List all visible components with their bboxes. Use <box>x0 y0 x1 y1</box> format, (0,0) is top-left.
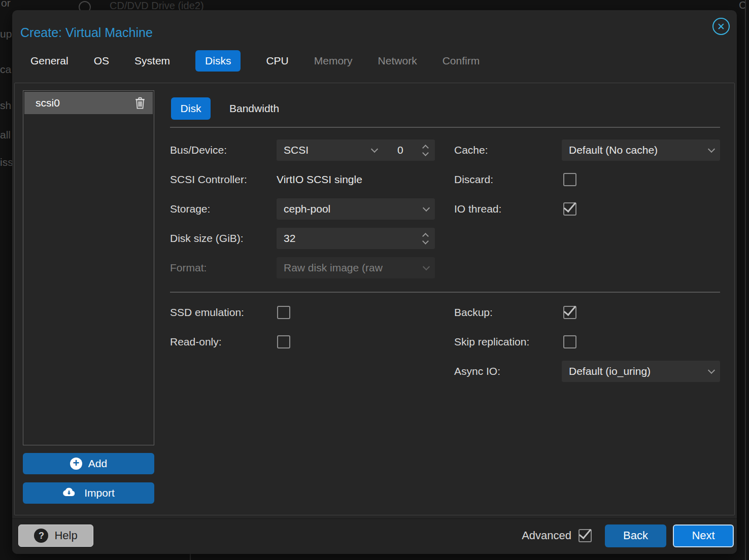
help-button[interactable]: ? Help <box>18 524 93 547</box>
tab-memory: Memory <box>314 50 353 72</box>
close-icon[interactable]: ✕ <box>712 18 730 35</box>
backdrop-text-fragment: or <box>1 0 11 9</box>
cache-select[interactable]: Default (No cache) <box>562 139 720 161</box>
tab-network: Network <box>378 50 417 72</box>
discard-checkbox[interactable] <box>563 173 576 186</box>
tab-system[interactable]: System <box>134 50 170 72</box>
discard-label: Discard: <box>454 169 493 190</box>
back-button[interactable]: Back <box>605 524 666 547</box>
add-button[interactable]: + Add <box>23 453 154 474</box>
storage-select[interactable]: ceph-pool <box>277 198 435 220</box>
next-button[interactable]: Next <box>673 524 734 547</box>
chevron-down-icon <box>703 149 720 152</box>
backdrop-text-fragment: all <box>0 129 11 141</box>
skip-replication-checkbox[interactable] <box>563 335 576 348</box>
dialog-footer: ? Help Advanced Back Next <box>12 518 737 554</box>
async-io-value: Default (io_uring) <box>562 365 703 377</box>
io-thread-checkbox[interactable] <box>563 202 576 216</box>
scsi-controller-label: SCSI Controller: <box>170 169 247 190</box>
storage-value: ceph-pool <box>277 203 418 215</box>
subtab-bandwidth[interactable]: Bandwidth <box>229 97 279 120</box>
question-circle-icon: ? <box>34 529 48 543</box>
read-only-label: Read-only: <box>170 331 222 353</box>
help-button-label: Help <box>54 529 77 542</box>
disk-list-panel: scsi0 <box>23 90 154 445</box>
bus-device-label: Bus/Device: <box>170 139 227 161</box>
tab-os[interactable]: OS <box>94 50 109 72</box>
chevron-down-icon <box>418 266 435 269</box>
cache-value: Default (No cache) <box>562 144 703 156</box>
chevron-down-icon <box>418 207 435 211</box>
import-button-label: Import <box>84 487 115 499</box>
add-button-label: Add <box>88 458 107 470</box>
async-io-select[interactable]: Default (io_uring) <box>562 361 720 382</box>
cloud-download-icon <box>62 487 78 499</box>
list-item-scsi0[interactable]: scsi0 <box>24 92 153 114</box>
divider <box>170 127 720 128</box>
skip-replication-label: Skip replication: <box>454 331 529 353</box>
plus-circle-icon: + <box>70 458 82 470</box>
scsi-controller-value: VirtIO SCSI single <box>277 169 362 190</box>
import-button[interactable]: Import <box>23 482 154 504</box>
backdrop-text-fragment: ca <box>0 63 11 76</box>
disk-size-label: Disk size (GiB): <box>170 228 244 249</box>
chevron-down-icon <box>366 149 383 152</box>
bus-device-field[interactable]: SCSI 0 <box>277 139 435 161</box>
format-select: Raw disk image (raw <box>277 257 435 278</box>
disk-size-field[interactable]: 32 <box>277 228 435 249</box>
tab-confirm: Confirm <box>442 50 480 72</box>
tab-cpu[interactable]: CPU <box>266 50 288 72</box>
trash-icon[interactable] <box>134 96 146 110</box>
number-spinner[interactable] <box>418 234 433 243</box>
divider <box>170 292 720 293</box>
tab-general[interactable]: General <box>30 50 69 72</box>
ssd-emulation-checkbox[interactable] <box>277 306 290 319</box>
backdrop-text-fragment: sh <box>0 99 11 112</box>
backdrop-text-fragment: iss <box>0 156 13 168</box>
disk-name-label: scsi0 <box>24 97 134 109</box>
dialog-title: Create: Virtual Machine <box>20 25 153 40</box>
create-vm-dialog: Create: Virtual Machine ✕ General OS Sys… <box>12 10 737 554</box>
format-label: Format: <box>170 257 207 278</box>
disk-size-value: 32 <box>277 232 418 244</box>
async-io-label: Async IO: <box>454 361 500 382</box>
number-spinner[interactable] <box>418 146 433 155</box>
bus-value: SCSI <box>277 144 366 156</box>
device-number: 0 <box>397 144 418 156</box>
backdrop-text-fragment: up <box>0 28 12 40</box>
wizard-tab-bar: General OS System Disks CPU Memory Netwo… <box>30 49 480 73</box>
ssd-emulation-label: SSD emulation: <box>170 302 244 323</box>
storage-label: Storage: <box>170 198 210 220</box>
tab-disks[interactable]: Disks <box>195 50 241 72</box>
advanced-label: Advanced <box>522 529 571 542</box>
backup-label: Backup: <box>454 302 493 323</box>
subtab-disk[interactable]: Disk <box>171 97 211 120</box>
read-only-checkbox[interactable] <box>277 335 290 348</box>
format-value: Raw disk image (raw <box>277 262 418 274</box>
advanced-checkbox[interactable] <box>578 529 592 542</box>
backup-checkbox[interactable] <box>563 306 576 319</box>
chevron-down-icon <box>703 370 720 373</box>
backdrop-divider <box>745 0 746 560</box>
cache-label: Cache: <box>454 139 488 161</box>
io-thread-label: IO thread: <box>454 198 501 220</box>
backdrop-divider <box>190 554 191 560</box>
